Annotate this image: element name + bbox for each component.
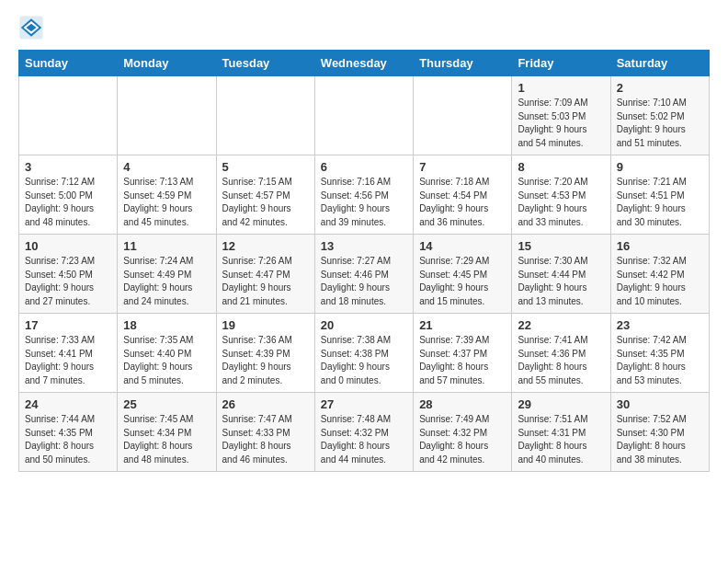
day-cell: 29Sunrise: 7:51 AMSunset: 4:31 PMDayligh… bbox=[512, 393, 610, 472]
day-number: 18 bbox=[123, 318, 210, 332]
day-number: 19 bbox=[222, 318, 309, 332]
day-number: 11 bbox=[123, 239, 210, 253]
day-cell: 13Sunrise: 7:27 AMSunset: 4:46 PMDayligh… bbox=[314, 235, 413, 314]
day-cell: 12Sunrise: 7:26 AMSunset: 4:47 PMDayligh… bbox=[216, 235, 314, 314]
day-cell: 28Sunrise: 7:49 AMSunset: 4:32 PMDayligh… bbox=[414, 393, 512, 472]
day-number: 6 bbox=[321, 160, 407, 174]
day-info: Sunrise: 7:24 AMSunset: 4:49 PMDaylight:… bbox=[123, 255, 210, 308]
day-number: 26 bbox=[222, 397, 309, 411]
day-cell: 8Sunrise: 7:20 AMSunset: 4:53 PMDaylight… bbox=[512, 155, 610, 235]
day-info: Sunrise: 7:33 AMSunset: 4:41 PMDaylight:… bbox=[25, 334, 111, 387]
day-info: Sunrise: 7:41 AMSunset: 4:36 PMDaylight:… bbox=[518, 334, 604, 387]
day-info: Sunrise: 7:09 AMSunset: 5:03 PMDaylight:… bbox=[518, 97, 604, 150]
day-number: 12 bbox=[222, 239, 309, 253]
day-number: 29 bbox=[518, 397, 604, 411]
day-info: Sunrise: 7:42 AMSunset: 4:35 PMDaylight:… bbox=[617, 334, 703, 387]
week-row-1: 1Sunrise: 7:09 AMSunset: 5:03 PMDaylight… bbox=[19, 76, 710, 155]
day-cell: 30Sunrise: 7:52 AMSunset: 4:30 PMDayligh… bbox=[610, 393, 709, 472]
weekday-header-tuesday: Tuesday bbox=[216, 51, 314, 76]
day-cell: 6Sunrise: 7:16 AMSunset: 4:56 PMDaylight… bbox=[314, 155, 413, 235]
day-cell: 4Sunrise: 7:13 AMSunset: 4:59 PMDaylight… bbox=[118, 155, 216, 235]
day-number: 28 bbox=[419, 397, 506, 411]
weekday-header-row: SundayMondayTuesdayWednesdayThursdayFrid… bbox=[19, 51, 710, 76]
day-number: 23 bbox=[617, 318, 703, 332]
day-info: Sunrise: 7:15 AMSunset: 4:57 PMDaylight:… bbox=[222, 176, 309, 229]
day-number: 3 bbox=[25, 160, 111, 174]
day-cell: 22Sunrise: 7:41 AMSunset: 4:36 PMDayligh… bbox=[512, 314, 610, 393]
day-info: Sunrise: 7:45 AMSunset: 4:34 PMDaylight:… bbox=[123, 413, 210, 466]
logo bbox=[18, 15, 48, 40]
weekday-header-wednesday: Wednesday bbox=[314, 51, 413, 76]
day-number: 5 bbox=[222, 160, 309, 174]
day-cell: 5Sunrise: 7:15 AMSunset: 4:57 PMDaylight… bbox=[216, 155, 314, 235]
day-cell bbox=[118, 76, 216, 155]
week-row-2: 3Sunrise: 7:12 AMSunset: 5:00 PMDaylight… bbox=[19, 155, 710, 235]
weekday-header-friday: Friday bbox=[512, 51, 610, 76]
day-number: 20 bbox=[321, 318, 407, 332]
day-cell: 14Sunrise: 7:29 AMSunset: 4:45 PMDayligh… bbox=[414, 235, 512, 314]
day-info: Sunrise: 7:26 AMSunset: 4:47 PMDaylight:… bbox=[222, 255, 309, 308]
day-cell: 17Sunrise: 7:33 AMSunset: 4:41 PMDayligh… bbox=[19, 314, 118, 393]
day-info: Sunrise: 7:18 AMSunset: 4:54 PMDaylight:… bbox=[419, 176, 506, 229]
day-cell: 15Sunrise: 7:30 AMSunset: 4:44 PMDayligh… bbox=[512, 235, 610, 314]
logo-icon bbox=[18, 15, 44, 40]
weekday-header-thursday: Thursday bbox=[414, 51, 512, 76]
day-cell: 3Sunrise: 7:12 AMSunset: 5:00 PMDaylight… bbox=[19, 155, 118, 235]
day-number: 8 bbox=[518, 160, 604, 174]
day-number: 27 bbox=[321, 397, 407, 411]
day-number: 1 bbox=[518, 81, 604, 95]
day-number: 22 bbox=[518, 318, 604, 332]
day-number: 15 bbox=[518, 239, 604, 253]
day-number: 4 bbox=[123, 160, 210, 174]
day-number: 10 bbox=[25, 239, 111, 253]
day-info: Sunrise: 7:44 AMSunset: 4:35 PMDaylight:… bbox=[25, 413, 111, 466]
weekday-header-monday: Monday bbox=[118, 51, 216, 76]
day-number: 14 bbox=[419, 239, 506, 253]
day-cell: 24Sunrise: 7:44 AMSunset: 4:35 PMDayligh… bbox=[19, 393, 118, 472]
day-number: 9 bbox=[617, 160, 703, 174]
day-number: 25 bbox=[123, 397, 210, 411]
day-cell bbox=[314, 76, 413, 155]
day-info: Sunrise: 7:49 AMSunset: 4:32 PMDaylight:… bbox=[419, 413, 506, 466]
day-number: 17 bbox=[25, 318, 111, 332]
day-info: Sunrise: 7:51 AMSunset: 4:31 PMDaylight:… bbox=[518, 413, 604, 466]
day-number: 7 bbox=[419, 160, 506, 174]
day-info: Sunrise: 7:16 AMSunset: 4:56 PMDaylight:… bbox=[321, 176, 407, 229]
day-number: 13 bbox=[321, 239, 407, 253]
day-info: Sunrise: 7:23 AMSunset: 4:50 PMDaylight:… bbox=[25, 255, 111, 308]
day-number: 16 bbox=[617, 239, 703, 253]
day-number: 21 bbox=[419, 318, 506, 332]
weekday-header-saturday: Saturday bbox=[610, 51, 709, 76]
day-cell: 18Sunrise: 7:35 AMSunset: 4:40 PMDayligh… bbox=[118, 314, 216, 393]
day-info: Sunrise: 7:29 AMSunset: 4:45 PMDaylight:… bbox=[419, 255, 506, 308]
day-cell: 7Sunrise: 7:18 AMSunset: 4:54 PMDaylight… bbox=[414, 155, 512, 235]
page: SundayMondayTuesdayWednesdayThursdayFrid… bbox=[0, 0, 728, 487]
day-number: 2 bbox=[617, 81, 703, 95]
day-cell: 20Sunrise: 7:38 AMSunset: 4:38 PMDayligh… bbox=[314, 314, 413, 393]
day-info: Sunrise: 7:13 AMSunset: 4:59 PMDaylight:… bbox=[123, 176, 210, 229]
day-cell: 23Sunrise: 7:42 AMSunset: 4:35 PMDayligh… bbox=[610, 314, 709, 393]
day-cell: 11Sunrise: 7:24 AMSunset: 4:49 PMDayligh… bbox=[118, 235, 216, 314]
day-info: Sunrise: 7:48 AMSunset: 4:32 PMDaylight:… bbox=[321, 413, 407, 466]
day-cell: 27Sunrise: 7:48 AMSunset: 4:32 PMDayligh… bbox=[314, 393, 413, 472]
day-cell: 16Sunrise: 7:32 AMSunset: 4:42 PMDayligh… bbox=[610, 235, 709, 314]
day-cell: 1Sunrise: 7:09 AMSunset: 5:03 PMDaylight… bbox=[512, 76, 610, 155]
day-cell: 10Sunrise: 7:23 AMSunset: 4:50 PMDayligh… bbox=[19, 235, 118, 314]
header bbox=[18, 15, 710, 40]
day-info: Sunrise: 7:47 AMSunset: 4:33 PMDaylight:… bbox=[222, 413, 309, 466]
day-cell bbox=[19, 76, 118, 155]
day-cell: 25Sunrise: 7:45 AMSunset: 4:34 PMDayligh… bbox=[118, 393, 216, 472]
day-number: 30 bbox=[617, 397, 703, 411]
day-info: Sunrise: 7:10 AMSunset: 5:02 PMDaylight:… bbox=[617, 97, 703, 150]
day-info: Sunrise: 7:35 AMSunset: 4:40 PMDaylight:… bbox=[123, 334, 210, 387]
week-row-4: 17Sunrise: 7:33 AMSunset: 4:41 PMDayligh… bbox=[19, 314, 710, 393]
day-info: Sunrise: 7:30 AMSunset: 4:44 PMDaylight:… bbox=[518, 255, 604, 308]
day-cell bbox=[414, 76, 512, 155]
day-cell: 9Sunrise: 7:21 AMSunset: 4:51 PMDaylight… bbox=[610, 155, 709, 235]
day-cell bbox=[216, 76, 314, 155]
day-info: Sunrise: 7:27 AMSunset: 4:46 PMDaylight:… bbox=[321, 255, 407, 308]
week-row-5: 24Sunrise: 7:44 AMSunset: 4:35 PMDayligh… bbox=[19, 393, 710, 472]
day-cell: 21Sunrise: 7:39 AMSunset: 4:37 PMDayligh… bbox=[414, 314, 512, 393]
day-info: Sunrise: 7:52 AMSunset: 4:30 PMDaylight:… bbox=[617, 413, 703, 466]
day-info: Sunrise: 7:32 AMSunset: 4:42 PMDaylight:… bbox=[617, 255, 703, 308]
